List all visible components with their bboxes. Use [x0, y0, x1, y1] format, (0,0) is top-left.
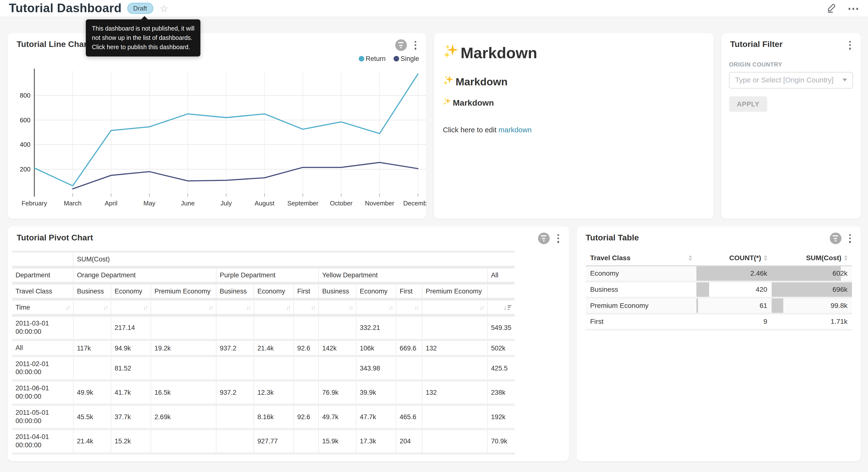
- pivot-table: SUM(Cost)DepartmentOrange DepartmentPurp…: [12, 251, 515, 454]
- sort-icon[interactable]: ↓↑: [388, 304, 393, 311]
- svg-text:200: 200: [20, 166, 30, 173]
- pivot-cell: 132: [422, 341, 487, 357]
- pivot-cell: 15.2k: [111, 430, 151, 454]
- col-header-sum-cost[interactable]: SUM(Cost): [772, 251, 852, 266]
- chart-kebab-menu-icon[interactable]: [412, 39, 418, 51]
- filter-badge-icon[interactable]: [830, 233, 841, 244]
- table-row: Business420696k: [586, 283, 852, 299]
- line-chart-svg: FebruaryMarchAprilMayJuneJulyAugustSepte…: [8, 66, 427, 217]
- pivot-class-header: Premium Economy: [151, 285, 216, 301]
- pivot-cell: 49.9k: [73, 382, 111, 406]
- pivot-cell: [253, 357, 293, 382]
- svg-text:August: August: [254, 200, 275, 207]
- pivot-department-header: Yellow Department: [318, 268, 487, 285]
- sort-icon[interactable]: [688, 255, 692, 261]
- table-card-title: Tutorial Table: [586, 233, 639, 242]
- table-header-row: Travel Class COUNT(*) SUM(Cost): [586, 251, 852, 266]
- table-row: First91.71k: [586, 315, 852, 331]
- pivot-row-label: 2011-04-0100:00:00: [12, 430, 73, 454]
- pivot-class-header: Business: [216, 285, 253, 301]
- pivot-cell: [253, 317, 293, 341]
- col-header-count[interactable]: COUNT(*): [696, 251, 772, 266]
- table-cell-count: 2.46k: [696, 266, 772, 283]
- chart-title: Tutorial Line Chart: [17, 39, 90, 49]
- col-header-travel-class[interactable]: Travel Class: [586, 251, 696, 266]
- pivot-cell: 92.6: [293, 406, 318, 431]
- sort-icon[interactable]: ↓↑: [348, 304, 352, 311]
- pivot-cell: 549.35: [487, 317, 515, 341]
- filter-badge-icon[interactable]: [395, 39, 407, 51]
- pivot-cell: 2.69k: [151, 406, 216, 431]
- svg-text:June: June: [181, 200, 195, 207]
- pivot-department-header: Purple Department: [216, 268, 318, 285]
- sort-descending-icon[interactable]: ↓: [504, 303, 512, 311]
- pivot-class-header: [487, 285, 515, 301]
- pivot-time-row: Time↓↑↓↑↓↑↓↑↓↑↓↑↓↑↓↑↓↑↓↑↓↑↓: [12, 301, 515, 317]
- markdown-cta: Click here to edit markdown: [443, 126, 705, 134]
- chart-legend: Return Single: [359, 55, 419, 63]
- more-menu-icon[interactable]: [848, 6, 858, 12]
- sort-icon[interactable]: ↓↑: [480, 304, 484, 311]
- svg-text:February: February: [22, 200, 47, 207]
- pivot-class-header: First: [396, 285, 422, 301]
- legend-item-return[interactable]: Return: [359, 55, 385, 63]
- svg-text:April: April: [105, 200, 117, 207]
- legend-item-single[interactable]: Single: [394, 55, 419, 63]
- pivot-row: All117k94.9k19.2k937.221.4k92.6142k106k6…: [12, 341, 515, 357]
- sort-icon[interactable]: ↓↑: [414, 304, 418, 311]
- table-cell-sum: 696k: [772, 283, 852, 299]
- origin-country-select[interactable]: Type or Select [Origin Country]: [729, 72, 853, 88]
- table-cell-sum: 1.71k: [772, 315, 852, 331]
- edit-markdown-link[interactable]: markdown: [499, 126, 532, 134]
- sort-icon[interactable]: ↓↑: [143, 304, 147, 311]
- pivot-cell: 425.5: [487, 357, 515, 382]
- draft-badge[interactable]: Draft: [127, 3, 153, 14]
- pivot-row: 2011-02-0100:00:0081.52343.98425.5: [12, 357, 515, 382]
- sort-icon[interactable]: ↓↑: [246, 304, 250, 311]
- filter-kebab-menu-icon[interactable]: [847, 39, 853, 51]
- pivot-cell: [293, 430, 318, 454]
- pivot-cell: 47.7k: [356, 406, 396, 431]
- pivot-kebab-menu-icon[interactable]: [555, 233, 561, 244]
- pivot-cell: 192k: [487, 406, 515, 431]
- sort-icon[interactable]: [764, 255, 767, 261]
- edit-dashboard-icon[interactable]: [826, 3, 836, 15]
- pivot-department-header: All: [487, 268, 515, 285]
- pivot-metric-row: SUM(Cost): [12, 251, 515, 268]
- pivot-cell: 41.7k: [111, 382, 151, 406]
- table-cell-travel-class: Economy: [586, 266, 696, 283]
- pivot-cell: 19.2k: [151, 341, 216, 357]
- sort-icon[interactable]: ↓↑: [65, 304, 70, 311]
- pivot-cell: [422, 317, 487, 341]
- table-cell-sum: 602k: [772, 266, 852, 283]
- pivot-cell: 16.5k: [151, 382, 216, 406]
- pivot-cell: 502k: [487, 341, 515, 357]
- svg-text:July: July: [221, 200, 232, 207]
- sort-icon[interactable]: ↓↑: [286, 304, 290, 311]
- pivot-time-label: Time: [16, 303, 30, 311]
- apply-button[interactable]: APPLY: [729, 96, 767, 112]
- sort-icon[interactable]: ↓↑: [103, 304, 107, 311]
- pivot-row-label: All: [12, 341, 73, 357]
- svg-text:800: 800: [20, 92, 30, 99]
- pivot-row-label: 2011-02-0100:00:00: [12, 357, 73, 382]
- pivot-cell: 8.16k: [253, 406, 293, 431]
- pivot-cell: 49.7k: [318, 406, 356, 431]
- pivot-cell: [216, 317, 253, 341]
- sort-icon[interactable]: ↓↑: [311, 304, 315, 311]
- pivot-department-row: DepartmentOrange DepartmentPurple Depart…: [12, 268, 515, 285]
- favorite-star-icon[interactable]: ☆: [160, 4, 168, 13]
- filter-badge-icon[interactable]: [538, 233, 550, 244]
- svg-text:600: 600: [20, 116, 30, 124]
- value-bar: [696, 298, 698, 313]
- pivot-cell: 45.5k: [73, 406, 111, 431]
- pivot-department-header: Orange Department: [73, 268, 216, 285]
- series-color-dot: [394, 56, 399, 62]
- sort-icon[interactable]: [844, 255, 848, 261]
- pivot-cell: 21.4k: [73, 430, 111, 454]
- table-kebab-menu-icon[interactable]: [847, 233, 853, 244]
- pivot-class-header: Premium Economy: [422, 285, 487, 301]
- pivot-cell: 12.3k: [253, 382, 293, 406]
- svg-text:November: November: [365, 200, 394, 207]
- sort-icon[interactable]: ↓↑: [208, 304, 213, 311]
